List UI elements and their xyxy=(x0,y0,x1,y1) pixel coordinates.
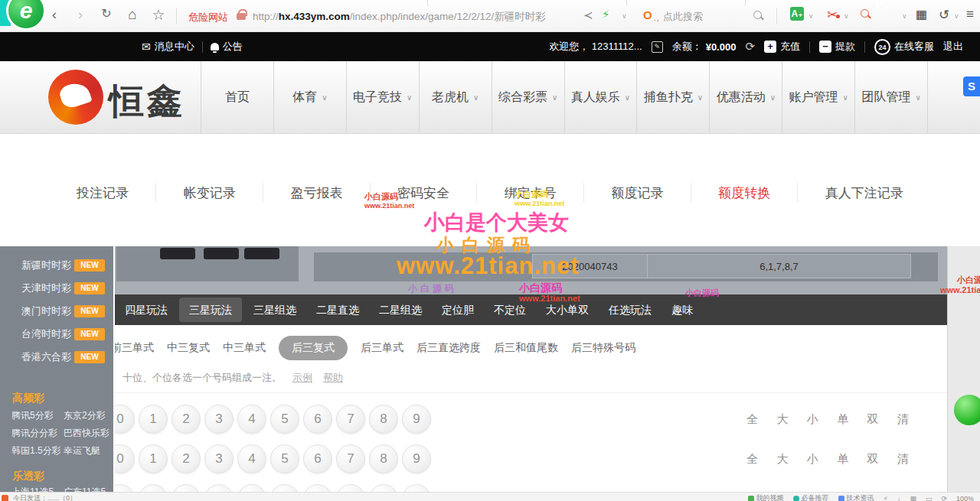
number-ball[interactable]: 8 xyxy=(369,484,398,492)
nav-item-account[interactable]: 账户管理∨ xyxy=(782,61,854,134)
nav-item-fishing-poker[interactable]: 捕鱼扑克∨ xyxy=(636,61,709,134)
download-icon[interactable]: ↓ xyxy=(897,495,901,501)
sidebar-item-hongkong[interactable]: 香港六合彩 NEW xyxy=(0,346,113,369)
number-ball[interactable]: 7 xyxy=(336,405,365,434)
help-link[interactable]: 帮助 xyxy=(323,371,343,385)
number-ball[interactable]: 6 xyxy=(303,484,332,492)
danger-site-badge[interactable]: 危险网站 xyxy=(188,11,228,24)
lightning-icon[interactable]: ⚡ xyxy=(602,8,610,21)
announcement-link[interactable]: 公告 xyxy=(211,40,243,54)
bettab-mid3-single[interactable]: 中三单式 xyxy=(223,341,266,355)
select-all[interactable]: 全 xyxy=(746,412,758,427)
subnav-account-changes[interactable]: 帐变记录 xyxy=(184,184,236,202)
forward-icon[interactable]: › xyxy=(70,6,90,23)
chevron-down-icon[interactable]: ∨ xyxy=(902,12,907,20)
bookmark-star-icon[interactable]: ☆ xyxy=(149,6,168,24)
bettab-front3-single[interactable]: 前三单式 xyxy=(115,341,154,355)
withdraw-button[interactable]: − 提款 xyxy=(819,40,855,54)
number-ball[interactable]: 1 xyxy=(139,484,168,492)
screenshot-scissors-icon[interactable]: ✂ xyxy=(827,7,838,23)
tab-2star-group[interactable]: 二星组选 xyxy=(369,294,432,325)
tab-2star-direct[interactable]: 二星直选 xyxy=(306,294,369,325)
chevron-down-icon[interactable]: ∨ xyxy=(808,12,814,20)
number-ball[interactable]: 4 xyxy=(237,484,266,492)
number-ball[interactable]: 7 xyxy=(336,484,365,492)
sidebar-item-taiwan[interactable]: 台湾时时彩 NEW xyxy=(0,323,113,346)
chevron-down-icon[interactable]: ∨ xyxy=(954,12,959,20)
number-ball[interactable]: 5 xyxy=(270,484,299,492)
sidebar-item-tianjin[interactable]: 天津时时彩 NEW xyxy=(0,277,113,300)
chevron-down-icon[interactable]: ∨ xyxy=(622,12,627,20)
status-item-news[interactable]: 技术资讯 xyxy=(838,493,874,501)
nav-item-home[interactable]: 首页 xyxy=(201,61,273,134)
number-ball[interactable]: 2 xyxy=(172,444,201,473)
sidebar-game-row[interactable]: 上海11选5 广东11选5 xyxy=(0,486,113,492)
back-icon[interactable]: ‹ xyxy=(44,6,64,23)
online-service-link[interactable]: 24 在线客服 xyxy=(874,39,934,55)
apps-grid-icon[interactable]: ▦ xyxy=(916,7,927,21)
select-odd[interactable]: 单 xyxy=(837,452,848,467)
example-link[interactable]: 示例 xyxy=(292,371,312,385)
nav-item-lottery[interactable]: 综合彩票∨ xyxy=(492,61,564,134)
tab-4star[interactable]: 四星玩法 xyxy=(115,294,178,325)
message-center-link[interactable]: ✉ 消息中心 xyxy=(142,40,194,54)
undo-icon[interactable]: ↺ xyxy=(939,7,949,23)
number-ball[interactable]: 0 xyxy=(115,484,135,492)
nav-item-sports[interactable]: 体育∨ xyxy=(273,61,346,134)
number-ball[interactable]: 5 xyxy=(270,405,299,434)
select-even[interactable]: 双 xyxy=(867,452,879,467)
tab-optional[interactable]: 任选玩法 xyxy=(599,294,662,325)
select-odd[interactable]: 单 xyxy=(837,412,848,427)
subnav-bind-card[interactable]: 绑定卡号 xyxy=(505,184,557,202)
edit-profile-icon[interactable]: ✎ xyxy=(652,41,663,53)
floating-service-icon[interactable] xyxy=(954,395,980,425)
subnav-quota-transfer[interactable]: 额度转换 xyxy=(718,184,770,202)
subnav-live-bet-records[interactable]: 真人下注记录 xyxy=(825,184,903,202)
select-small[interactable]: 小 xyxy=(807,412,818,427)
number-ball[interactable]: 9 xyxy=(402,444,431,473)
number-ball[interactable]: 6 xyxy=(303,405,332,434)
number-ball[interactable]: 3 xyxy=(204,484,234,492)
number-ball[interactable]: 9 xyxy=(402,484,431,492)
refresh-icon[interactable]: ↻ xyxy=(96,6,116,21)
select-even[interactable]: 双 xyxy=(867,412,879,427)
flash-icon[interactable]: ⚡ xyxy=(884,495,888,501)
translate-icon[interactable]: A₊ xyxy=(790,7,804,21)
logout-button[interactable]: 退出 xyxy=(943,40,963,54)
nav-item-esports[interactable]: 电子竞技∨ xyxy=(346,61,419,134)
number-ball[interactable]: 7 xyxy=(336,444,365,473)
grid-icon[interactable]: ▦ xyxy=(910,495,916,501)
number-ball[interactable]: 2 xyxy=(172,484,201,492)
number-ball[interactable]: 3 xyxy=(204,444,234,473)
sidebar-game-row[interactable]: 腾讯分分彩 巴西快乐彩 xyxy=(0,427,113,440)
home-icon[interactable]: ⌂ xyxy=(122,6,142,23)
search-icon[interactable] xyxy=(753,11,764,21)
select-all[interactable]: 全 xyxy=(746,452,758,467)
sidebar-collect-widget[interactable]: S xyxy=(963,76,980,96)
number-ball[interactable]: 8 xyxy=(369,405,398,434)
site-logo-text[interactable]: 恒鑫 xyxy=(109,78,185,125)
deposit-button[interactable]: + 充值 xyxy=(764,40,800,54)
number-ball[interactable]: 2 xyxy=(172,405,201,434)
bettab-mid3-multi[interactable]: 中三复式 xyxy=(167,341,210,355)
search-input[interactable] xyxy=(663,8,747,24)
bettab-back3-sumtail[interactable]: 后三和值尾数 xyxy=(494,341,558,355)
number-ball[interactable]: 8 xyxy=(369,444,398,473)
number-ball[interactable]: 4 xyxy=(237,405,266,434)
share-icon[interactable]: ≺ xyxy=(583,8,593,22)
status-item-video[interactable]: 我的视频 xyxy=(748,493,784,501)
menu-icon[interactable]: ≡ xyxy=(966,7,973,22)
nav-item-slots[interactable]: 老虎机∨ xyxy=(419,61,492,134)
tab-fun[interactable]: 趣味 xyxy=(662,294,703,325)
sidebar-game-row[interactable]: 韩国1.5分彩 幸运飞艇 xyxy=(0,444,113,457)
bettab-back3-span[interactable]: 后三直选跨度 xyxy=(416,341,481,355)
sidebar-game-row[interactable]: 腾讯5分彩 东京2分彩 xyxy=(0,409,113,422)
refresh-icon[interactable]: ⟳ xyxy=(941,495,947,501)
tab-position[interactable]: 定位胆 xyxy=(432,294,484,325)
tab-3star-group[interactable]: 三星组选 xyxy=(243,294,306,325)
number-ball[interactable]: 9 xyxy=(402,405,431,434)
status-item-recommend[interactable]: 必备推荐 xyxy=(793,493,829,501)
number-ball[interactable]: 4 xyxy=(237,444,266,473)
nav-item-live-casino[interactable]: 真人娱乐∨ xyxy=(564,61,637,134)
window-icon[interactable]: ▭ xyxy=(926,495,933,501)
